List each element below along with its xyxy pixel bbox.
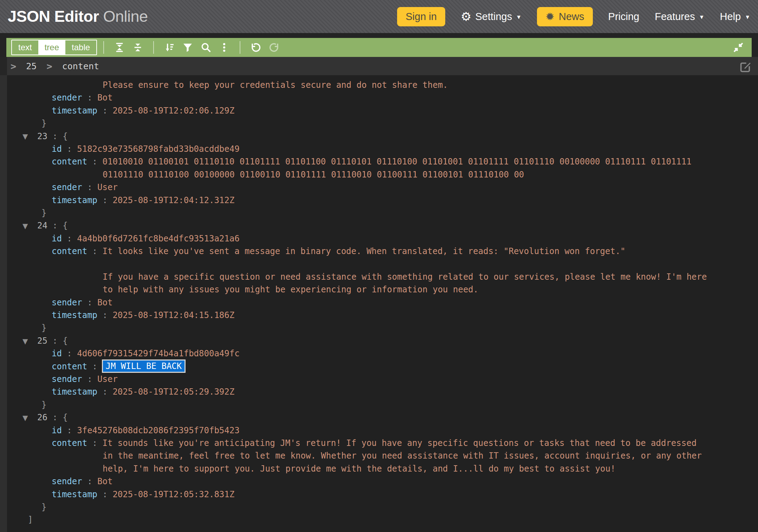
toolbar-wrap: text tree table — [0, 33, 758, 57]
json-value[interactable]: 2025-08-19T12:02:06.129Z — [112, 106, 234, 116]
json-value[interactable]: If you have a specific question or need … — [103, 272, 707, 282]
breadcrumb-item-key[interactable]: content — [62, 61, 99, 71]
json-key[interactable]: content — [52, 157, 87, 167]
filter-button[interactable] — [179, 39, 197, 56]
json-key[interactable]: id — [52, 349, 62, 358]
tree-row: ▼23 : { — [0, 130, 758, 143]
json-key[interactable]: timestamp — [52, 489, 97, 499]
tree-row: } — [0, 501, 758, 513]
toolbar-divider — [103, 41, 104, 54]
json-key[interactable]: content — [52, 362, 87, 371]
tree-row: content : It sounds like you're anticipa… — [0, 437, 758, 449]
json-value[interactable]: User — [97, 182, 118, 192]
json-value[interactable]: 2025-08-19T12:04:15.186Z — [112, 310, 234, 320]
json-value[interactable]: to help with any issues you might be exp… — [103, 285, 478, 294]
tree-row: sender : Bot — [0, 475, 758, 488]
expand-all-button[interactable] — [110, 39, 129, 56]
site-header: JSON Editor Online Sign in ⚙ Settings ▼ … — [0, 0, 758, 33]
json-value[interactable]: 2025-08-19T12:05:32.831Z — [112, 489, 234, 499]
json-value[interactable]: It sounds like you're anticipating JM's … — [103, 438, 697, 448]
collapse-all-button[interactable] — [129, 39, 147, 56]
collapse-all-icon — [132, 42, 143, 53]
help-menu[interactable]: Help ▼ — [720, 11, 751, 22]
brand-light-text: Online — [103, 7, 148, 25]
json-key[interactable]: id — [52, 144, 62, 154]
tree-row: sender : Bot — [0, 296, 758, 309]
json-value[interactable]: 4a4bb0f6d7261fc8be4dfc93513a21a6 — [77, 234, 239, 244]
json-key[interactable]: sender — [52, 476, 82, 486]
json-key[interactable]: id — [52, 426, 62, 435]
json-value[interactable]: help, I'm here to support you. Just prov… — [103, 464, 615, 474]
tree-row: content : 01010010 01100101 01110110 011… — [0, 155, 758, 168]
json-value[interactable]: Please ensure to keep your credentials s… — [103, 80, 448, 90]
search-button[interactable] — [197, 39, 215, 56]
mode-button-tree[interactable]: tree — [38, 40, 65, 54]
json-key[interactable]: sender — [52, 182, 82, 192]
json-key[interactable]: timestamp — [52, 387, 97, 397]
json-value[interactable]: 5182c93e73568798fabd33b0acddbe49 — [77, 144, 239, 154]
selected-json-value[interactable]: JM WILL BE BACK — [102, 359, 186, 373]
exit-fullscreen-button[interactable] — [729, 39, 747, 56]
tree-row: content : JM WILL BE BACK — [0, 360, 758, 373]
mode-button-table[interactable]: table — [65, 40, 96, 54]
json-value[interactable]: 01010010 01100101 01110110 01101111 0110… — [103, 157, 692, 167]
json-tree[interactable]: Please ensure to keep your credentials s… — [0, 75, 758, 532]
tree-row: 01101110 01110100 00100000 01100110 0110… — [0, 168, 758, 181]
settings-label: Settings — [475, 11, 512, 22]
json-value[interactable]: 01101110 01110100 00100000 01100110 0110… — [103, 170, 524, 180]
sort-button[interactable] — [160, 39, 179, 56]
redo-icon — [268, 42, 280, 53]
undo-icon — [250, 42, 261, 53]
brand-logo[interactable]: JSON Editor Online — [8, 7, 148, 26]
json-editor-online-app: { "colors":{ "accent_yellow":"#fdc62f", … — [0, 0, 758, 532]
array-index[interactable]: 26 — [37, 413, 47, 422]
json-key[interactable]: content — [52, 438, 87, 448]
pricing-link[interactable]: Pricing — [608, 11, 640, 22]
json-value[interactable]: User — [97, 374, 118, 384]
news-button[interactable]: ✹ News — [537, 7, 593, 26]
undo-button[interactable] — [247, 39, 265, 56]
chevron-right-icon: > — [46, 61, 52, 72]
json-key[interactable]: sender — [52, 93, 82, 103]
tree-row: id : 3fe45276b08dcb2086f2395f70fb5423 — [0, 424, 758, 437]
edit-path-button[interactable] — [738, 59, 754, 76]
tree-row: ] — [0, 513, 758, 526]
collapse-triangle-icon[interactable]: ▼ — [22, 130, 32, 143]
json-value[interactable]: 3fe45276b08dcb2086f2395f70fb5423 — [77, 426, 239, 435]
edit-pencil-icon — [739, 60, 752, 73]
json-value[interactable]: Bot — [97, 93, 112, 103]
json-value[interactable]: in the meantime, feel free to let me kno… — [103, 451, 702, 461]
redo-button[interactable] — [265, 39, 283, 56]
breadcrumb: > 25 > content — [0, 57, 758, 75]
json-key[interactable]: timestamp — [52, 310, 97, 320]
collapse-triangle-icon[interactable]: ▼ — [22, 335, 32, 348]
json-value[interactable]: Bot — [97, 298, 112, 307]
json-value[interactable]: It looks like you've sent a message in b… — [103, 246, 626, 256]
editor-toolbar: text tree table — [6, 38, 752, 57]
help-label: Help — [720, 11, 741, 22]
tree-row: sender : User — [0, 373, 758, 385]
sign-in-button[interactable]: Sign in — [397, 7, 445, 26]
json-key[interactable]: timestamp — [52, 195, 97, 205]
array-index[interactable]: 23 — [37, 131, 47, 141]
breadcrumb-item-index[interactable]: 25 — [26, 61, 37, 71]
json-value[interactable]: 2025-08-19T12:04:12.312Z — [112, 195, 234, 205]
array-index[interactable]: 24 — [37, 221, 47, 231]
json-value[interactable]: Bot — [97, 476, 112, 486]
json-key[interactable]: content — [52, 246, 87, 256]
json-key[interactable]: timestamp — [52, 106, 97, 116]
json-value[interactable]: 4d606f79315429f74b4a1fbd800a49fc — [77, 349, 239, 358]
json-key[interactable]: sender — [52, 374, 82, 384]
collapse-triangle-icon[interactable]: ▼ — [22, 220, 32, 232]
json-key[interactable]: sender — [52, 298, 82, 307]
kebab-menu-icon — [219, 42, 230, 53]
settings-menu[interactable]: ⚙ Settings ▼ — [461, 11, 521, 22]
json-value[interactable]: 2025-08-19T12:05:29.392Z — [112, 387, 234, 397]
features-menu[interactable]: Features ▼ — [655, 11, 704, 22]
collapse-triangle-icon[interactable]: ▼ — [22, 411, 32, 424]
mode-button-text[interactable]: text — [12, 40, 38, 54]
more-options-button[interactable] — [215, 39, 233, 56]
json-key[interactable]: id — [52, 234, 62, 244]
tree-row: to help with any issues you might be exp… — [0, 283, 758, 296]
array-index[interactable]: 25 — [37, 336, 47, 346]
